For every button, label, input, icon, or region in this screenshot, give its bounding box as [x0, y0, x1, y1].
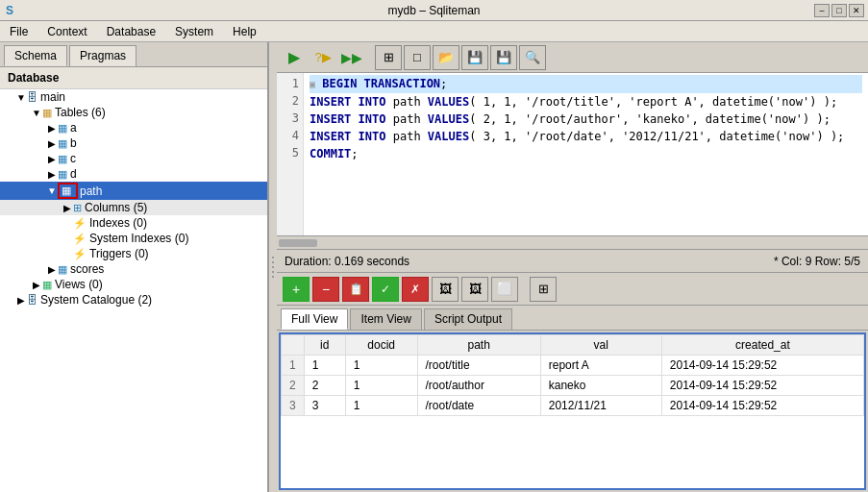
tree-item-tables[interactable]: ▼ ▦ Tables (6) — [0, 105, 267, 120]
tree-label-d: d — [70, 167, 77, 181]
duration-label: Duration: 0.169 seconds — [285, 255, 409, 268]
run-button[interactable]: ▶ — [281, 45, 308, 70]
tree-label-triggers: Triggers (0) — [89, 247, 149, 260]
tree-arrow-d[interactable]: ▶ — [46, 169, 58, 180]
cell-created-at-1: 2014-09-14 15:29:52 — [661, 356, 863, 376]
tree-item-d[interactable]: ▶ ▦ d — [0, 166, 267, 182]
table-row[interactable]: 2 2 1 /root/author kaneko 2014-09-14 15:… — [282, 376, 864, 396]
box-view-button[interactable]: □ — [404, 45, 431, 70]
tree-item-b[interactable]: ▶ ▦ b — [0, 135, 267, 151]
tables-folder-icon: ▦ — [42, 107, 52, 119]
sql-content[interactable]: ▣ BEGIN TRANSACTION; INSERT INTO path VA… — [304, 73, 868, 235]
tree-item-main[interactable]: ▼ 🗄 main — [0, 89, 267, 105]
minimize-button[interactable]: – — [814, 4, 830, 17]
tree-arrow-a[interactable]: ▶ — [46, 123, 58, 134]
tree-label-sysindexes: System Indexes (0) — [89, 232, 188, 245]
sql-line-1: ▣ BEGIN TRANSACTION; — [310, 75, 862, 93]
editor-hscrollbar[interactable] — [277, 236, 868, 250]
explain-button[interactable]: ?▶ — [310, 45, 336, 70]
tree-item-path[interactable]: ▼ ▦ path — [0, 182, 267, 200]
database-label: Database — [0, 67, 267, 89]
row-num-1: 1 — [282, 356, 305, 376]
tree-item-a[interactable]: ▶ ▦ a — [0, 120, 267, 135]
cell-created-at-3: 2014-09-14 15:29:52 — [661, 396, 863, 416]
tree-item-c[interactable]: ▶ ▦ c — [0, 151, 267, 166]
tree-arrow-views[interactable]: ▶ — [31, 280, 42, 290]
menu-file[interactable]: File — [4, 23, 34, 40]
columns-icon: ⊞ — [73, 202, 82, 214]
schema-tree: ▼ 🗄 main ▼ ▦ Tables (6) ▶ ▦ a — [0, 89, 267, 492]
save-button[interactable]: 💾 — [490, 45, 517, 70]
views-icon: ▦ — [42, 279, 52, 291]
panel-resize-handle[interactable] — [269, 42, 277, 492]
tab-script-output[interactable]: Script Output — [424, 308, 512, 330]
sql-editor[interactable]: 1 2 3 4 5 ▣ BEGIN TRANSACTION; INSERT IN… — [277, 73, 868, 236]
indexes-icon: ⚡ — [73, 217, 87, 230]
tab-pragmas[interactable]: Pragmas — [69, 45, 136, 66]
menu-system[interactable]: System — [169, 23, 219, 40]
tree-arrow-tables[interactable]: ▼ — [31, 108, 42, 118]
col-header-id[interactable]: id — [304, 335, 345, 356]
tree-item-triggers[interactable]: ▶ ⚡ Triggers (0) — [0, 246, 267, 261]
result-tab-bar: Full View Item View Script Output — [277, 306, 868, 331]
tree-label-tables: Tables (6) — [55, 106, 106, 119]
tree-arrow-path[interactable]: ▼ — [46, 185, 58, 196]
menu-database[interactable]: Database — [101, 23, 161, 40]
tree-arrow-columns[interactable]: ▶ — [62, 203, 73, 213]
col-header-path[interactable]: path — [417, 335, 540, 356]
add-row-button[interactable]: + — [283, 277, 310, 302]
table-row[interactable]: 3 3 1 /root/date 2012/11/21 2014-09-14 1… — [282, 396, 864, 416]
left-tab-bar: Schema Pragmas — [0, 42, 267, 67]
bulk-delete-button[interactable]: 📋 — [342, 277, 369, 302]
grid-view-button[interactable]: ⊞ — [375, 45, 402, 70]
tree-arrow-b[interactable]: ▶ — [46, 138, 58, 149]
col-header-docid[interactable]: docid — [345, 335, 417, 356]
tree-item-syscat[interactable]: ▶ 🗄 System Catalogue (2) — [0, 292, 267, 308]
cell-path-2: /root/author — [417, 376, 540, 396]
sql-line-3: INSERT INTO path VALUES( 2, 1, '/root/au… — [310, 111, 862, 128]
table-row[interactable]: 1 1 1 /root/title report A 2014-09-14 15… — [282, 356, 864, 376]
run-all-button[interactable]: ▶▶ — [338, 45, 365, 70]
cell-val-1: report A — [540, 356, 661, 376]
tree-label-scores: scores — [70, 262, 104, 276]
cell-id-3: 3 — [304, 396, 345, 416]
tab-full-view[interactable]: Full View — [281, 308, 348, 330]
app-icon: S — [6, 4, 13, 17]
blob-button[interactable]: ⬜ — [491, 277, 518, 302]
menu-bar: File Context Database System Help — [0, 21, 868, 42]
cell-docid-3: 1 — [345, 396, 417, 416]
tab-schema[interactable]: Schema — [4, 45, 67, 66]
col-header-val[interactable]: val — [540, 335, 661, 356]
save-db-button[interactable]: 💾 — [461, 45, 488, 70]
cell-created-at-2: 2014-09-14 15:29:52 — [661, 376, 863, 396]
cell-path-1: /root/title — [417, 356, 540, 376]
result-table-wrapper[interactable]: id docid path val created_at 1 1 1 /root… — [279, 332, 866, 490]
delete-row-button[interactable]: − — [312, 277, 339, 302]
tree-item-sysindexes[interactable]: ▶ ⚡ System Indexes (0) — [0, 231, 267, 246]
menu-help[interactable]: Help — [227, 23, 262, 40]
open-file-button[interactable]: 📂 — [433, 45, 459, 70]
tree-item-views[interactable]: ▶ ▦ Views (0) — [0, 277, 267, 292]
tree-item-indexes[interactable]: ▶ ⚡ Indexes (0) — [0, 215, 267, 231]
commit-button[interactable]: ✓ — [372, 277, 399, 302]
filter-button[interactable]: ⊞ — [530, 277, 557, 302]
tree-arrow-scores[interactable]: ▶ — [46, 264, 58, 275]
import-button[interactable]: 🖼 — [432, 277, 459, 302]
tree-arrow-c[interactable]: ▶ — [46, 154, 58, 164]
export-button[interactable]: 🖼 — [461, 277, 488, 302]
table-icon-a: ▦ — [58, 122, 67, 135]
tree-arrow-main[interactable]: ▼ — [15, 92, 27, 103]
search-button[interactable]: 🔍 — [519, 45, 546, 70]
table-icon-path: ▦ — [62, 184, 71, 197]
menu-context[interactable]: Context — [41, 23, 92, 40]
rollback-button[interactable]: ✗ — [402, 277, 429, 302]
cell-id-2: 2 — [304, 376, 345, 396]
position-label: * Col: 9 Row: 5/5 — [774, 255, 860, 268]
close-button[interactable]: ✕ — [849, 4, 864, 17]
tree-item-columns[interactable]: ▶ ⊞ Columns (5) — [0, 200, 267, 215]
tab-item-view[interactable]: Item View — [350, 308, 421, 330]
tree-item-scores[interactable]: ▶ ▦ scores — [0, 261, 267, 277]
col-header-created-at[interactable]: created_at — [661, 335, 863, 356]
maximize-button[interactable]: □ — [831, 4, 847, 17]
tree-arrow-syscat[interactable]: ▶ — [15, 295, 27, 306]
